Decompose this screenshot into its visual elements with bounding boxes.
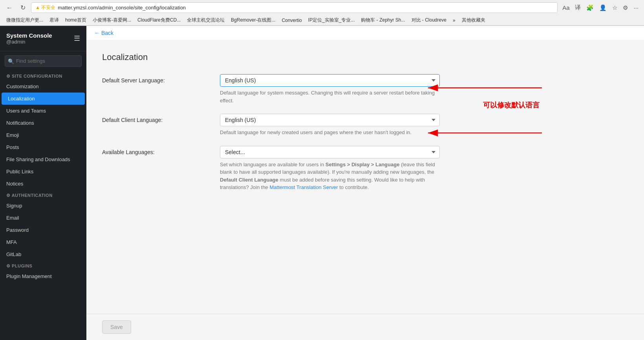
available-lang-control: Select... English (US) Chinese (Simplifi… [220,146,440,191]
bookmark-2[interactable]: 君译 [47,16,61,24]
bookmark-10[interactable]: 购物车 - Zephyr Sh... [359,16,407,24]
url-text: matter.ymzsl.com/admin_console/site_conf… [58,5,186,11]
bookmark-6[interactable]: 全球主机交流论坛 [185,16,227,24]
browser-toolbar: ← ↻ ▲ 不安全 matter.ymzsl.com/admin_console… [0,0,644,15]
favorites-button[interactable]: ☆ [611,4,619,12]
settings-button[interactable]: ⚙ [621,4,629,12]
available-lang-select[interactable]: Select... English (US) Chinese (Simplifi… [220,146,440,158]
client-lang-control: English (US) Chinese (Simplified) French… [220,114,440,136]
sidebar-item-notices[interactable]: Notices [0,178,86,190]
sidebar-item-signup[interactable]: Signup [0,200,86,212]
bookmark-4[interactable]: 小俊博客-喜爱网... [90,16,134,24]
server-lang-select[interactable]: English (US) Chinese (Simplified) French… [220,74,440,87]
save-button[interactable]: Save [102,320,131,334]
profile-button[interactable]: 👤 [598,4,608,12]
available-lang-row: Available Languages: Select... English (… [102,146,628,191]
search-icon: 🔍 [8,58,14,64]
sidebar-item-email[interactable]: Email [0,212,86,224]
bookmark-3[interactable]: home首页 [63,16,89,24]
sidebar-item-gitlab[interactable]: GitLab [0,248,86,260]
sidebar-item-users-and-teams[interactable]: Users and Teams [0,105,86,117]
server-lang-row: Default Server Language: English (US) Ch… [102,74,628,104]
server-lang-help: Default language for system messages. Ch… [220,89,440,104]
available-lang-help: Set which languages are available for us… [220,161,440,191]
bookmark-9[interactable]: IP定位_实验室_专业... [306,16,357,24]
sidebar-item-posts[interactable]: Posts [0,141,86,153]
sidebar-search[interactable]: 🔍 [0,51,86,71]
sidebar-item-customization[interactable]: Customization [0,80,86,93]
server-lang-label: Default Server Language: [102,74,212,84]
bookmark-11[interactable]: 对比 - Cloudreve [409,16,449,24]
extension-button[interactable]: 🧩 [585,4,595,12]
app-wrapper: System Console @admin ☰ 🔍 ⚙ SITE CONFIGU… [0,26,644,340]
translate-button[interactable]: 译 [573,3,582,12]
content-area: Localization 可以修改默认语言 [86,40,644,314]
translation-server-link[interactable]: Mattermost Translation Server [269,184,338,190]
client-lang-label: Default Client Language: [102,114,212,123]
client-lang-select[interactable]: English (US) Chinese (Simplified) French… [220,114,440,126]
main-content: ← Back Localization [86,26,644,340]
client-lang-help: Default language for newly created users… [220,129,440,136]
back-nav-button[interactable]: ← [4,4,15,12]
browser-icons: Aa 译 🧩 👤 ☆ ⚙ ··· [561,3,640,12]
bookmark-5[interactable]: CloudFlare免费CD... [135,16,183,24]
address-bar[interactable]: ▲ 不安全 matter.ymzsl.com/admin_console/sit… [31,2,558,13]
refresh-button[interactable]: ↻ [18,3,28,12]
sidebar-item-plugin-management[interactable]: Plugin Management [0,270,86,282]
bookmark-1[interactable]: 微微指定用户更... [4,16,46,24]
back-bar: ← Back [86,26,644,40]
auth-section-header: ⚙ AUTHENTICATION [0,190,86,200]
sidebar-subtitle: @admin [6,39,52,45]
browser-chrome: ← ↻ ▲ 不安全 matter.ymzsl.com/admin_console… [0,0,644,26]
sidebar-item-public-links[interactable]: Public Links [0,165,86,178]
available-lang-label: Available Languages: [102,146,212,155]
page-title: Localization [102,52,628,62]
back-link[interactable]: ← Back [94,30,636,36]
reader-mode-button[interactable]: Aa [561,4,571,12]
sidebar-item-emoji[interactable]: Emoji [0,129,86,141]
sidebar-item-password[interactable]: Password [0,224,86,236]
bookmark-8[interactable]: Convertio [279,17,304,24]
sidebar-header: System Console @admin ☰ [0,26,86,51]
sidebar-item-localization[interactable]: Localization [2,93,85,105]
plugins-section-header: ⚙ PLUGINS [0,260,86,270]
search-input[interactable] [5,55,82,67]
hamburger-icon[interactable]: ☰ [74,34,80,43]
site-config-section-header: ⚙ SITE CONFIGURATION [0,71,86,80]
sidebar-item-file-sharing[interactable]: File Sharing and Downloads [0,153,86,165]
more-bookmarks[interactable]: » [450,17,458,24]
bookmark-7[interactable]: BgRemover-在线图... [229,16,278,24]
sidebar-item-mfa[interactable]: MFA [0,236,86,248]
bookmarks-bar: 微微指定用户更... 君译 home首页 小俊博客-喜爱网... CloudFl… [0,15,644,25]
server-lang-control: English (US) Chinese (Simplified) French… [220,74,440,104]
sidebar-item-notifications[interactable]: Notifications [0,117,86,129]
sidebar-title: System Console [6,32,52,39]
more-button[interactable]: ··· [632,4,640,12]
security-warning: ▲ 不安全 [35,4,55,11]
client-lang-row: Default Client Language: English (US) Ch… [102,114,628,136]
save-bar: Save [86,314,644,340]
folder-bookmarks[interactable]: 其他收藏夹 [459,16,488,24]
sidebar: System Console @admin ☰ 🔍 ⚙ SITE CONFIGU… [0,26,86,340]
